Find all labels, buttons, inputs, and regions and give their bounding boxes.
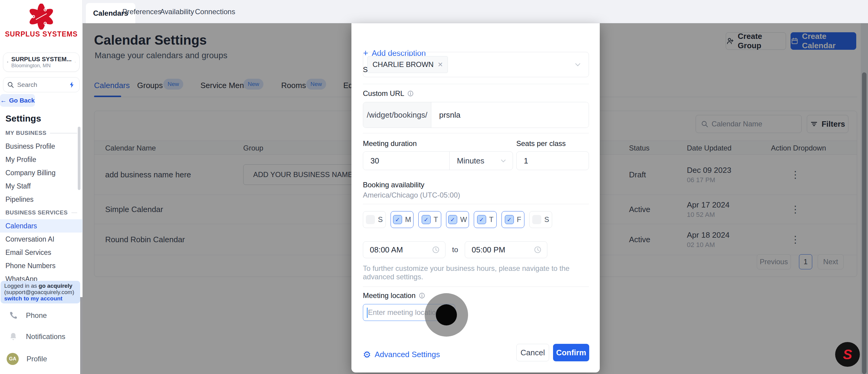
booking-hours: 08:00 AM to 05:00 PM xyxy=(363,241,547,258)
end-time-value: 05:00 PM xyxy=(472,245,505,255)
clock-icon xyxy=(432,246,440,254)
go-back-label: Go Back xyxy=(9,97,35,104)
sidebar-item-company-billing[interactable]: Company Billing xyxy=(0,166,83,179)
chevron-down-icon xyxy=(500,157,507,164)
info-icon xyxy=(407,90,414,97)
sidebar-item-my-staff[interactable]: My Staff xyxy=(0,179,83,193)
cursor-dot xyxy=(436,304,457,325)
go-back-button[interactable]: ← Go Back xyxy=(0,94,35,107)
nav-section-business-services: BUSINESS SERVICES xyxy=(0,206,83,219)
back-arrow-icon: ← xyxy=(0,97,7,104)
location-text: SURPLUS SYSTEM... Bloomington, MN xyxy=(11,56,72,69)
checkbox-icon xyxy=(366,215,375,224)
sidebar-item-phone-numbers[interactable]: Phone Numbers xyxy=(0,259,83,272)
custom-url-input[interactable] xyxy=(431,102,589,127)
checkbox-icon xyxy=(532,215,541,224)
sidebar-phone[interactable]: Phone xyxy=(8,311,47,320)
section-divider xyxy=(363,84,589,84)
duration-unit-select[interactable]: Minutes xyxy=(450,152,513,170)
duration-value-input[interactable] xyxy=(363,152,450,170)
day-checkbox-saturday[interactable]: S xyxy=(529,211,552,228)
sidebar-item-conversation-ai[interactable]: Conversation AI xyxy=(0,233,83,246)
url-prefix: /widget/bookings/ xyxy=(363,102,431,127)
meeting-duration-label: Meeting duration xyxy=(363,139,417,148)
end-time-picker[interactable]: 05:00 PM xyxy=(465,241,547,258)
sidebar-item-my-profile[interactable]: My Profile xyxy=(0,153,83,166)
settings-title: Settings xyxy=(5,113,41,124)
advanced-settings-link[interactable]: ⚙ Advanced Settings xyxy=(363,349,440,360)
seats-per-class-input[interactable] xyxy=(516,151,589,170)
duration-unit-value: Minutes xyxy=(457,156,484,166)
section-divider xyxy=(363,287,589,287)
sidebar: SURPLUS SYSTEMS SURPLUS SYSTEM... Bloomi… xyxy=(0,0,83,374)
checkbox-checked-icon: ✓ xyxy=(505,215,514,224)
sidebar-scroll-track[interactable] xyxy=(80,297,83,374)
sidebar-profile-label: Profile xyxy=(27,355,47,363)
sidebar-scrollbar[interactable] xyxy=(78,127,81,190)
sidebar-item-business-profile[interactable]: Business Profile xyxy=(0,140,83,153)
nav-section-my-business: MY BUSINESS xyxy=(0,126,83,140)
location-city: Bloomington, MN xyxy=(11,63,72,69)
brand: SURPLUS SYSTEMS xyxy=(0,4,83,38)
top-tab-preferences[interactable]: Preferences xyxy=(122,0,161,23)
advanced-settings-label: Advanced Settings xyxy=(375,350,440,359)
clock-icon xyxy=(534,246,541,254)
settings-nav: MY BUSINESS Business Profile My Profile … xyxy=(0,126,83,286)
checkbox-checked-icon: ✓ xyxy=(448,215,457,224)
section-rule xyxy=(50,133,77,133)
day-checkbox-thursday[interactable]: ✓T xyxy=(474,211,497,228)
start-time-picker[interactable]: 08:00 AM xyxy=(363,241,445,258)
sidebar-search-input[interactable] xyxy=(17,81,65,88)
impersonation-email: (support@goacquirely.com) xyxy=(4,289,74,295)
top-tab-connections[interactable]: Connections xyxy=(195,0,235,23)
team-member-select[interactable]: CHARLIE BROWN × xyxy=(363,52,589,77)
info-icon xyxy=(418,292,425,299)
impersonation-banner: Logged in as go acquirely (support@goacq… xyxy=(1,281,80,304)
checkbox-checked-icon: ✓ xyxy=(477,215,486,224)
app-root: Calendars Preferences Availability Conne… xyxy=(0,0,868,374)
chevron-down-icon xyxy=(75,59,76,65)
gear-icon: ⚙ xyxy=(363,349,371,360)
cancel-button[interactable]: Cancel xyxy=(516,344,549,361)
sidebar-item-email-services[interactable]: Email Services xyxy=(0,246,83,259)
brand-logo-icon xyxy=(0,4,83,30)
section-divider xyxy=(363,133,589,133)
to-label: to xyxy=(452,246,458,254)
checkbox-checked-icon: ✓ xyxy=(393,215,402,224)
sidebar-profile[interactable]: GA Profile xyxy=(7,353,47,365)
day-checkbox-tuesday[interactable]: ✓T xyxy=(418,211,441,228)
chat-widget-button[interactable]: S xyxy=(835,342,860,367)
confirm-button[interactable]: Confirm xyxy=(553,344,589,361)
timezone-label: America/Chicago (UTC-05:00) xyxy=(363,191,460,199)
sidebar-notifications-label: Notifications xyxy=(26,333,65,341)
day-checkbox-wednesday[interactable]: ✓W xyxy=(446,211,469,228)
lightning-icon[interactable] xyxy=(68,81,76,89)
checkbox-checked-icon: ✓ xyxy=(422,215,431,224)
day-checkbox-monday[interactable]: ✓M xyxy=(391,211,413,228)
location-switcher[interactable]: SURPLUS SYSTEM... Bloomington, MN xyxy=(3,53,80,72)
booking-availability-label: Booking availability xyxy=(363,181,424,189)
cursor-click-indicator xyxy=(425,293,468,337)
top-tab-label: Connections xyxy=(195,7,235,16)
sidebar-search[interactable] xyxy=(3,77,80,92)
map-pin-icon xyxy=(7,58,8,67)
sidebar-phone-label: Phone xyxy=(26,311,47,320)
top-tab-availability[interactable]: Availability xyxy=(160,0,194,23)
chevron-down-icon xyxy=(574,61,581,68)
meeting-location-label: Meeting location xyxy=(363,291,425,300)
text-caret xyxy=(367,308,368,318)
sidebar-item-calendars[interactable]: Calendars xyxy=(0,219,83,233)
remove-chip-icon[interactable]: × xyxy=(438,60,443,69)
team-member-chip: CHARLIE BROWN × xyxy=(367,56,448,73)
sidebar-item-pipelines[interactable]: Pipelines xyxy=(0,193,83,206)
custom-url-field: /widget/bookings/ xyxy=(363,102,589,128)
sidebar-notifications[interactable]: Notifications xyxy=(8,332,65,341)
day-checkbox-sunday[interactable]: S xyxy=(363,211,386,228)
start-time-value: 08:00 AM xyxy=(370,245,403,255)
bell-icon xyxy=(8,332,18,341)
switch-account-link[interactable]: switch to my account xyxy=(4,295,62,301)
team-member-chip-label: CHARLIE BROWN xyxy=(373,60,434,69)
top-tab-label: Availability xyxy=(160,7,194,16)
custom-url-label: Custom URL xyxy=(363,89,414,98)
day-checkbox-friday[interactable]: ✓F xyxy=(501,211,524,228)
